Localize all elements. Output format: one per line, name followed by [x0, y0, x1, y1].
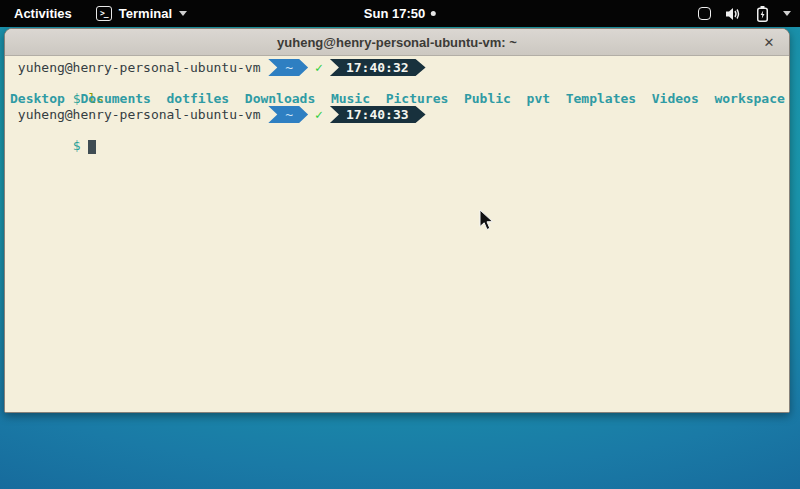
desktop: Activities >_ Terminal Sun 17:50: [0, 0, 800, 489]
system-status-menu[interactable]: [698, 0, 791, 27]
input-line[interactable]: $: [10, 123, 789, 138]
chevron-down-icon: [179, 11, 187, 16]
window-title: yuheng@henry-personal-ubuntu-vm: ~: [277, 35, 517, 50]
top-bar: Activities >_ Terminal Sun 17:50: [0, 0, 800, 27]
notification-dot-icon: [431, 11, 436, 16]
prompt-symbol: $: [73, 138, 81, 153]
terminal-content[interactable]: yuheng@henry-personal-ubuntu-vm ~ ✓ 17:4…: [5, 56, 789, 412]
prompt-line: yuheng@henry-personal-ubuntu-vm ~ ✓ 17:4…: [10, 59, 789, 76]
screen-share-icon: [698, 7, 711, 20]
prompt-time-segment: 17:40:32: [330, 59, 426, 76]
app-menu-terminal[interactable]: >_ Terminal: [96, 6, 187, 21]
prompt-user-host: yuheng@henry-personal-ubuntu-vm: [10, 107, 268, 122]
activities-button[interactable]: Activities: [10, 6, 76, 21]
battery-charging-icon: [757, 6, 768, 22]
prompt-path-segment: ~: [268, 59, 308, 76]
top-bar-left: Activities >_ Terminal: [10, 6, 187, 21]
prompt-line: yuheng@henry-personal-ubuntu-vm ~ ✓ 17:4…: [10, 106, 789, 123]
close-button[interactable]: ✕: [760, 29, 778, 56]
chevron-down-icon: [783, 11, 791, 16]
window-titlebar[interactable]: yuheng@henry-personal-ubuntu-vm: ~ ✕: [5, 29, 789, 56]
terminal-window: yuheng@henry-personal-ubuntu-vm: ~ ✕ yuh…: [4, 28, 790, 413]
command-line: $ls: [10, 76, 789, 91]
ls-output-line: Desktop Documents dotfiles Downloads Mus…: [10, 91, 789, 106]
check-icon: ✓: [315, 60, 323, 75]
clock-label: Sun 17:50: [364, 6, 425, 21]
volume-icon: [726, 7, 742, 21]
terminal-icon: >_: [96, 6, 112, 21]
app-menu-label: Terminal: [119, 6, 172, 21]
check-icon: ✓: [315, 107, 323, 122]
prompt-time-segment: 17:40:33: [330, 106, 426, 123]
prompt-user-host: yuheng@henry-personal-ubuntu-vm: [10, 60, 268, 75]
prompt-path-segment: ~: [268, 106, 308, 123]
clock-menu[interactable]: Sun 17:50: [364, 0, 436, 27]
text-cursor: [88, 140, 96, 154]
